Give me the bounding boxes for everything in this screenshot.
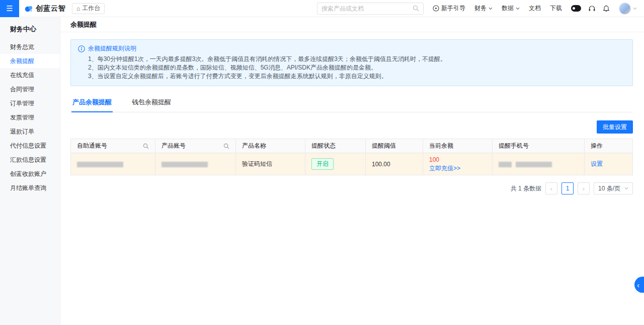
page-number-button[interactable]: 1: [561, 182, 574, 194]
logo: 创蓝云智: [19, 4, 72, 13]
search-box: [317, 3, 424, 15]
balance-value: 100: [429, 156, 486, 164]
column-search-icon[interactable]: [143, 143, 149, 149]
pagination-total: 共 1 条数据: [511, 184, 541, 193]
pagination: 共 1 条数据 ‹ 1 › 10 条/页: [70, 182, 633, 194]
sidebar-title: 财务中心: [0, 17, 60, 40]
cell-product-account: [155, 153, 236, 175]
batch-settings-button[interactable]: 批量设置: [597, 120, 633, 134]
logo-icon: [24, 5, 33, 13]
theme-toggle-icon[interactable]: [571, 5, 581, 12]
sidebar-item-monthly-bill-query[interactable]: 月结账单查询: [0, 181, 60, 195]
table-header-row: 自助通账号 产品账号: [71, 139, 633, 153]
sidebar-item-order-management[interactable]: 订单管理: [0, 96, 60, 110]
nav-link-download[interactable]: 下载: [550, 4, 562, 13]
cell-current-balance: 100 立即充值>>: [423, 153, 493, 175]
nav-link-docs[interactable]: 文档: [529, 4, 541, 13]
column-header-current-balance: 当前余额: [423, 139, 493, 153]
redacted-phone: [516, 162, 552, 167]
sidebar-item-chuanglan-receiving-account[interactable]: 创蓝收款账户: [0, 167, 60, 181]
page-title: 余额提醒: [60, 17, 644, 32]
redacted-product-account: [162, 162, 208, 167]
sidebar-item-online-recharge[interactable]: 在线充值: [0, 68, 60, 82]
recharge-now-link[interactable]: 立即充值>>: [429, 164, 486, 173]
workbench-label: 工作台: [82, 4, 100, 13]
tab-wallet-balance-alert[interactable]: 钱包余额提醒: [131, 93, 172, 112]
guide-icon: [433, 5, 439, 12]
top-header: ☰ 创蓝云智 ⌂ 工作台: [0, 0, 644, 17]
settings-link[interactable]: 设置: [591, 160, 603, 167]
sidebar-item-payment-info-settings[interactable]: 代付信息设置: [0, 139, 60, 153]
column-header-actions: 操作: [585, 139, 633, 153]
sidebar: 财务中心 财务总览 余额提醒 在线充值 合同管理 订单管理 发票管理 退款订单 …: [0, 17, 60, 325]
next-page-button[interactable]: ›: [578, 182, 590, 194]
avatar: [619, 3, 631, 15]
headset-support-icon[interactable]: [588, 5, 596, 12]
column-header-selfhelp-account: 自助通账号: [71, 139, 155, 153]
column-header-alert-phone: 提醒手机号: [493, 139, 585, 153]
sidebar-item-invoice-management[interactable]: 发票管理: [0, 110, 60, 124]
prev-page-button[interactable]: ‹: [545, 182, 557, 194]
search-input[interactable]: [321, 5, 413, 12]
user-menu[interactable]: [619, 3, 637, 15]
chevron-down-icon: [489, 7, 493, 10]
balance-alert-table: 自助通账号 产品账号: [70, 139, 633, 175]
cell-selfhelp-account: [71, 153, 155, 175]
column-header-product-name: 产品名称: [236, 139, 305, 153]
page-size-select[interactable]: 10 条/页: [594, 182, 633, 194]
sidebar-item-finance-overview[interactable]: 财务总览: [0, 40, 60, 54]
column-header-alert-status: 提醒状态: [305, 139, 366, 153]
redacted-phone: [499, 162, 512, 167]
status-badge-on: 开启: [311, 158, 334, 170]
chevron-down-icon: [516, 7, 520, 10]
sidebar-item-balance-alert[interactable]: 余额提醒: [0, 54, 60, 68]
main-content: 余额提醒 余额提醒规则说明 1、每30分钟提醒1次，一天内最多提醒3次。余额低于…: [60, 17, 644, 325]
cell-actions: 设置: [585, 153, 633, 175]
cell-product-name: 验证码短信: [236, 153, 305, 175]
sidebar-item-remittance-info-settings[interactable]: 汇款信息设置: [0, 153, 60, 167]
nav-item-guide[interactable]: 新手引导: [433, 4, 465, 13]
nav-item-finance[interactable]: 财务: [474, 4, 493, 13]
info-icon: [78, 45, 85, 52]
sidebar-item-contract-management[interactable]: 合同管理: [0, 82, 60, 96]
cell-alert-threshold: 100.00: [366, 153, 423, 175]
sidebar-item-refund-orders[interactable]: 退款订单: [0, 124, 60, 139]
notice-line: 3、当设置自定义余额提醒后，若账号进行了付费方式变更，变更后余额提醒走系统默认规…: [78, 72, 625, 81]
search-icon[interactable]: [413, 5, 419, 12]
chevron-down-icon: [633, 7, 637, 10]
column-search-icon[interactable]: [223, 143, 229, 149]
home-icon: ⌂: [76, 5, 80, 12]
nav-item-data[interactable]: 数据: [502, 4, 520, 13]
column-header-product-account: 产品账号: [155, 139, 236, 153]
tab-product-balance-alert[interactable]: 产品余额提醒: [71, 93, 113, 112]
notice-line: 1、每30分钟提醒1次，一天内最多提醒3次。余额低于阈值且有消耗的情况下，最多连…: [78, 55, 625, 63]
tab-bar: 产品余额提醒 钱包余额提醒: [70, 93, 633, 112]
notice-box: 余额提醒规则说明 1、每30分钟提醒1次，一天内最多提醒3次。余额低于阈值且有消…: [70, 39, 633, 86]
workbench-button[interactable]: ⌂ 工作台: [72, 3, 105, 14]
table-row: 验证码短信 开启 100.00 100 立即充值>>: [71, 153, 633, 175]
hamburger-menu-button[interactable]: ☰: [0, 0, 19, 17]
app-window: ☰ 创蓝云智 ⌂ 工作台: [0, 0, 644, 325]
notice-line: 2、国内文本短信类的余额提醒的是条数，国际短信、视频短信、5G消息、API/SD…: [78, 63, 625, 72]
cell-alert-phone: [493, 153, 585, 175]
notice-title: 余额提醒规则说明: [88, 44, 136, 53]
notification-bell-icon[interactable]: [603, 5, 610, 12]
chevron-down-icon: [624, 187, 628, 190]
redacted-account: [77, 162, 123, 167]
column-header-alert-threshold: 提醒阈值: [366, 139, 423, 153]
cell-alert-status: 开启: [305, 153, 366, 175]
logo-text: 创蓝云智: [36, 4, 66, 13]
